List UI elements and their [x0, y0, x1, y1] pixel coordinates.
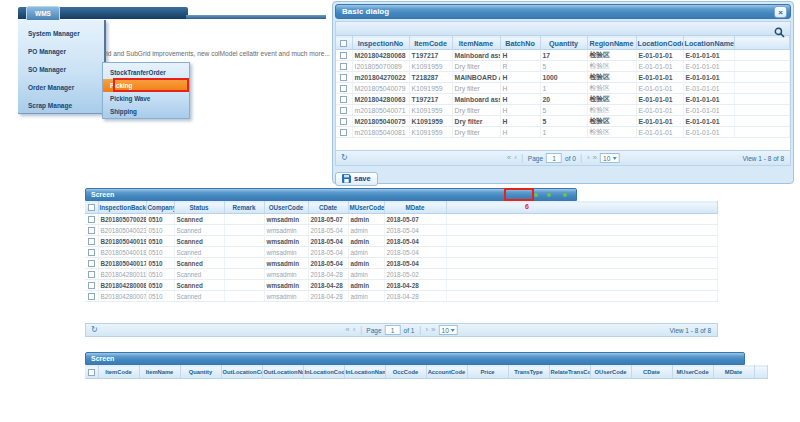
column-header-itemname[interactable]: ItemName — [452, 37, 500, 50]
table-row[interactable]: B2018050400180510Scannedwmsadmin2018-05-… — [85, 247, 718, 258]
table-row[interactable]: I201805070089K1091959Dry filterR5检验区E-01… — [336, 61, 790, 72]
table-row[interactable]: M201805040079K1091959Dry filterH1检验区E-01… — [336, 83, 790, 94]
select-all-checkbox[interactable] — [88, 369, 95, 376]
page-number-input[interactable] — [546, 153, 562, 163]
column-header-mdate[interactable]: MDate — [384, 202, 446, 214]
first-page-button[interactable]: « — [507, 154, 511, 162]
save-button[interactable]: save — [335, 172, 378, 186]
row-checkbox[interactable] — [340, 118, 347, 125]
row-checkbox[interactable] — [88, 227, 95, 234]
refresh-icon[interactable]: ↻ — [91, 326, 98, 334]
column-header-mdate[interactable]: MDate — [713, 366, 754, 379]
refresh-icon[interactable]: ↻ — [341, 154, 348, 162]
submenu-item-picking[interactable]: Picking — [103, 79, 189, 92]
submenu-item-picking-wave[interactable]: Picking Wave — [103, 92, 189, 105]
table-row[interactable]: B2018042800080510Scannedwmsadmin2018-04-… — [85, 280, 718, 291]
column-header-transtype[interactable]: TransType — [508, 366, 549, 379]
column-header-price[interactable]: Price — [467, 366, 508, 379]
column-header-companycode[interactable]: CompanyCode — [146, 202, 174, 214]
column-header-inspectionno[interactable]: InspectionNo — [352, 37, 409, 50]
column-header-status[interactable]: Status — [174, 202, 224, 214]
menu-item-order-manager[interactable]: Order Manager — [18, 79, 104, 97]
column-header-quantity[interactable]: Quantity — [180, 366, 221, 379]
column-header-inspectionback[interactable]: InspectionBack — [98, 202, 146, 214]
row-checkbox[interactable] — [340, 63, 347, 70]
select-all-checkbox[interactable] — [340, 40, 347, 47]
column-header-remark[interactable]: Remark — [224, 202, 264, 214]
menu-item-po-manager[interactable]: PO Manager — [18, 43, 104, 61]
column-header-outlocationna[interactable]: OutLocationNa — [262, 366, 303, 379]
column-header-itemcode[interactable]: ItemCode — [98, 366, 139, 379]
table-cell: E-01-01-01 — [683, 105, 734, 116]
row-checkbox[interactable] — [340, 74, 347, 81]
column-header-itemcode[interactable]: ItemCode — [409, 37, 452, 50]
prev-page-button[interactable]: ‹ — [353, 326, 356, 334]
row-checkbox[interactable] — [340, 129, 347, 136]
submenu-item-stocktranferorder[interactable]: StockTranferOrder — [103, 66, 189, 79]
row-checkbox[interactable] — [88, 271, 95, 278]
window-titlebar[interactable]: Screen — [85, 188, 577, 201]
row-checkbox[interactable] — [340, 96, 347, 103]
column-header-locationcode[interactable]: LocationCode — [636, 37, 683, 50]
row-checkbox[interactable] — [340, 85, 347, 92]
row-checkbox[interactable] — [88, 293, 95, 300]
column-header-quantity[interactable]: Quantity — [540, 37, 587, 50]
dialog-toolbar — [335, 21, 791, 36]
column-header-cdate[interactable]: CDate — [631, 366, 672, 379]
column-header-ousercode[interactable]: OUserCode — [264, 202, 308, 214]
table-row[interactable]: B2018042800110510Scannedwmsadmin2018-04-… — [85, 269, 718, 280]
column-header-accountcode[interactable]: AccountCode — [426, 366, 467, 379]
last-page-button[interactable]: » — [431, 326, 435, 334]
table-row[interactable]: M201804280068T197217Mainboard assemH17检验… — [336, 50, 790, 61]
column-header-batchno[interactable]: BatchNo — [500, 37, 540, 50]
prev-page-button[interactable]: ‹ — [514, 154, 517, 162]
column-header-outlocationco[interactable]: OutLocationCo — [221, 366, 262, 379]
column-header-itemname[interactable]: ItemName — [139, 366, 180, 379]
close-icon[interactable]: × — [774, 6, 787, 18]
column-header-occcode[interactable]: OccCode — [385, 366, 426, 379]
menu-item-so-manager[interactable]: SO Manager — [18, 61, 104, 79]
menu-item-scrap-manage[interactable]: Scrap Manage — [18, 97, 104, 115]
page-size-select[interactable]: 10 — [600, 153, 619, 163]
table-row[interactable]: m201805040081K1091959Dry filterH1检验区E-01… — [336, 127, 790, 138]
row-checkbox[interactable] — [88, 238, 95, 245]
table-row[interactable]: B2018050400170510Scannedwmsadmin2018-05-… — [85, 258, 718, 269]
tab-wms[interactable]: WMS — [26, 6, 60, 20]
row-checkbox[interactable] — [88, 260, 95, 267]
column-header-regionname[interactable]: RegionName — [587, 37, 636, 50]
table-row[interactable]: B2018050400190510Scannedwmsadmin2018-05-… — [85, 236, 718, 247]
row-checkbox[interactable] — [340, 107, 347, 114]
table-row[interactable]: M201804280063T197217Mainboard assemH20检验… — [336, 94, 790, 105]
table-row[interactable]: B2018050400230510Scannedwmsadmin2018-05-… — [85, 225, 718, 236]
page-size-select[interactable]: 10 — [439, 325, 458, 335]
dialog-titlebar[interactable]: Basic dialog × — [335, 4, 791, 19]
next-page-button[interactable]: › — [425, 326, 428, 334]
column-header-locationname[interactable]: LocationName — [683, 37, 734, 50]
table-row[interactable]: m201805040071K1091959Dry filterH5检验区E-01… — [336, 105, 790, 116]
column-header-relatetransco[interactable]: RelateTransCo — [549, 366, 590, 379]
column-header-musercode[interactable]: MUserCode — [348, 202, 384, 214]
row-checkbox[interactable] — [88, 282, 95, 289]
column-header-ousercode[interactable]: OUserCode — [590, 366, 631, 379]
column-header-cdate[interactable]: CDate — [308, 202, 348, 214]
page-number-input[interactable] — [385, 325, 401, 335]
last-page-button[interactable]: » — [593, 154, 597, 162]
row-checkbox[interactable] — [340, 52, 347, 59]
table-row[interactable]: m201804270022T218287MAINBOARD ASSEH1000检… — [336, 72, 790, 83]
column-header-musercode[interactable]: MUserCode — [672, 366, 713, 379]
table-row[interactable]: M201805040075K1091959Dry filterH5检验区E-01… — [336, 116, 790, 127]
row-checkbox[interactable] — [88, 216, 95, 223]
submenu-item-shipping[interactable]: Shipping — [103, 105, 189, 118]
table-row[interactable]: B2018050700280510Scannedwmsadmin2018-05-… — [85, 214, 718, 225]
select-all-checkbox[interactable] — [88, 204, 95, 211]
first-page-button[interactable]: « — [345, 326, 349, 334]
column-header-inlocationcod[interactable]: InLocationCod — [303, 366, 344, 379]
search-icon[interactable] — [774, 24, 785, 42]
table-cell: 2018-04-28 — [308, 269, 348, 280]
menu-item-system-manager[interactable]: System Manager — [18, 25, 104, 43]
column-header-inlocationnam[interactable]: InLocationNam — [344, 366, 385, 379]
next-page-button[interactable]: › — [587, 154, 590, 162]
window-titlebar[interactable]: Screen — [85, 352, 745, 365]
table-row[interactable]: B2018042800070510Scannedwmsadmin2018-04-… — [85, 291, 718, 302]
row-checkbox[interactable] — [88, 249, 95, 256]
